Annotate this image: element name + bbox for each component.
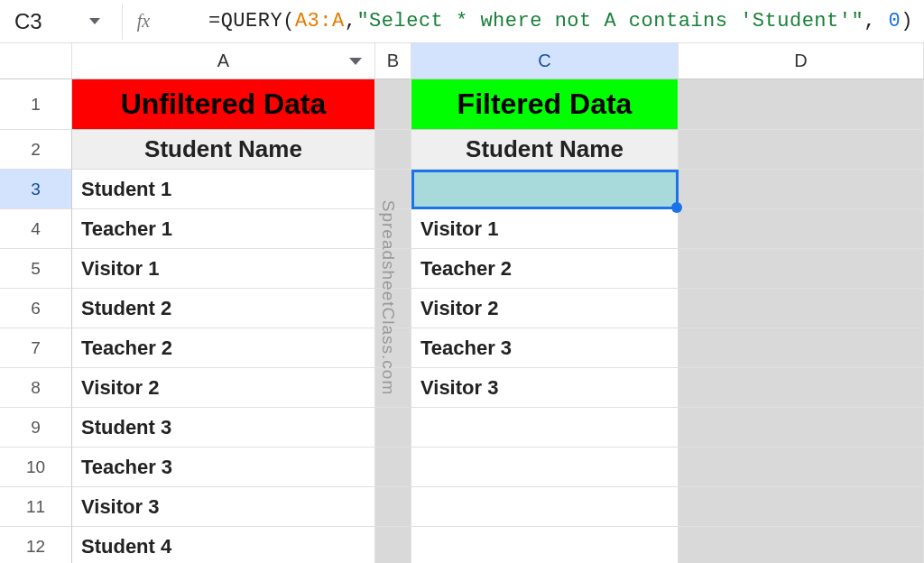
cell[interactable]: Visitor 3 bbox=[411, 368, 679, 408]
col-head-b[interactable]: B bbox=[375, 43, 411, 79]
divider bbox=[122, 4, 123, 40]
row-head[interactable]: 3 bbox=[0, 170, 72, 209]
cell[interactable] bbox=[375, 289, 411, 328]
row-head[interactable]: 4 bbox=[0, 209, 72, 249]
cell[interactable] bbox=[375, 448, 411, 487]
filtered-title[interactable]: Filtered Data bbox=[411, 79, 679, 130]
cell[interactable]: Visitor 1 bbox=[72, 249, 375, 289]
select-all-corner[interactable] bbox=[0, 43, 72, 79]
row-head[interactable]: 9 bbox=[0, 408, 72, 448]
cell[interactable] bbox=[411, 408, 679, 448]
col-head-d[interactable]: D bbox=[679, 43, 924, 79]
cell[interactable] bbox=[411, 487, 679, 527]
cell[interactable] bbox=[679, 448, 924, 487]
chevron-down-icon[interactable] bbox=[349, 58, 362, 65]
cell[interactable]: Visitor 3 bbox=[72, 487, 375, 527]
cell[interactable] bbox=[679, 527, 924, 563]
cell[interactable] bbox=[375, 249, 411, 289]
active-cell-ref: C3 bbox=[14, 9, 42, 34]
row-head[interactable]: 5 bbox=[0, 249, 72, 289]
cell[interactable] bbox=[679, 289, 924, 328]
cell[interactable]: Visitor 2 bbox=[72, 368, 375, 408]
cell[interactable] bbox=[679, 249, 924, 289]
cell[interactable] bbox=[411, 527, 679, 563]
cell[interactable]: Teacher 3 bbox=[411, 328, 679, 368]
cell[interactable] bbox=[679, 170, 924, 209]
subheader-c[interactable]: Student Name bbox=[411, 130, 679, 170]
cell[interactable] bbox=[375, 368, 411, 408]
cell[interactable]: Student 1 bbox=[72, 170, 375, 209]
subheader-a[interactable]: Student Name bbox=[72, 130, 375, 170]
cell[interactable]: Visitor 1 bbox=[411, 209, 679, 249]
unfiltered-title[interactable]: Unfiltered Data bbox=[72, 79, 375, 130]
row-head[interactable]: 1 bbox=[0, 79, 72, 130]
cell[interactable] bbox=[375, 170, 411, 209]
row-head[interactable]: 7 bbox=[0, 328, 72, 368]
cell[interactable] bbox=[375, 79, 411, 130]
cell[interactable] bbox=[679, 408, 924, 448]
cell[interactable] bbox=[411, 448, 679, 487]
cell[interactable]: Teacher 3 bbox=[72, 448, 375, 487]
cell[interactable]: Student 2 bbox=[72, 289, 375, 328]
cell[interactable]: Student 3 bbox=[72, 408, 375, 448]
row-head[interactable]: 6 bbox=[0, 289, 72, 328]
cell[interactable] bbox=[679, 130, 924, 170]
row-head[interactable]: 2 bbox=[0, 130, 72, 170]
cell[interactable] bbox=[679, 79, 924, 130]
active-cell-c3[interactable]: Teacher 1 bbox=[411, 170, 679, 209]
name-box-caret-icon bbox=[89, 18, 100, 24]
cell[interactable]: Teacher 2 bbox=[411, 249, 679, 289]
col-head-c[interactable]: C bbox=[411, 43, 679, 79]
cell[interactable]: Teacher 1 bbox=[72, 209, 375, 249]
cell[interactable] bbox=[375, 527, 411, 563]
fx-icon: fx bbox=[137, 11, 150, 32]
col-head-a[interactable]: A bbox=[72, 43, 375, 79]
cell[interactable] bbox=[679, 368, 924, 408]
cell[interactable]: Student 4 bbox=[72, 527, 375, 563]
cell[interactable] bbox=[375, 209, 411, 249]
cell[interactable]: Visitor 2 bbox=[411, 289, 679, 328]
cell[interactable]: Teacher 2 bbox=[72, 328, 375, 368]
row-head[interactable]: 12 bbox=[0, 527, 72, 563]
name-box[interactable]: C3 bbox=[11, 9, 107, 34]
row-head[interactable]: 10 bbox=[0, 448, 72, 487]
row-head[interactable]: 11 bbox=[0, 487, 72, 527]
spreadsheet-grid: A B C D 1 Unfiltered Data Filtered Data … bbox=[0, 43, 924, 563]
cell[interactable] bbox=[375, 487, 411, 527]
row-head[interactable]: 8 bbox=[0, 368, 72, 408]
formula-bar: C3 fx =QUERY(A3:A,"Select * where not A … bbox=[0, 0, 924, 43]
cell[interactable] bbox=[375, 408, 411, 448]
cell[interactable] bbox=[679, 328, 924, 368]
cell[interactable] bbox=[375, 328, 411, 368]
cell[interactable] bbox=[679, 487, 924, 527]
cell[interactable] bbox=[679, 209, 924, 249]
cell[interactable] bbox=[375, 130, 411, 170]
